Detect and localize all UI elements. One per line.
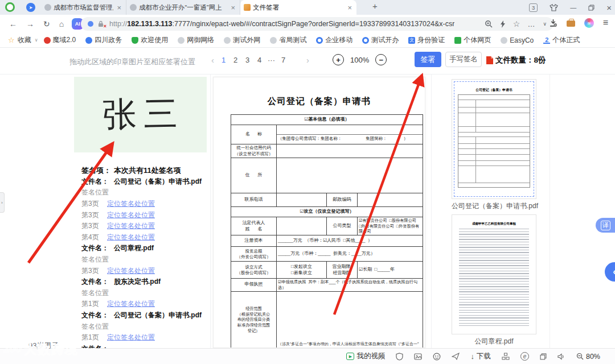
signature-row-value[interactable]: 公司登记（备案）申请书.pdf	[114, 311, 202, 320]
form-field-license: ☑申领纸质执照 其中：副本___个（电子执照系统自动生成，纸质执照自行勾选）	[277, 279, 423, 291]
page-number-button[interactable]: ···	[268, 56, 275, 64]
translate-widget[interactable]: 译	[596, 218, 615, 233]
browser-tab[interactable]: 成都市企业开办“一窗通”网上 ×	[126, 0, 240, 15]
screenshot-icon[interactable]	[414, 353, 422, 360]
tab-title: 成都市企业开办“一窗通”网上	[139, 3, 227, 12]
workspace-briefcase-icon[interactable]	[567, 20, 575, 27]
form-label-address: 住 所	[231, 158, 277, 193]
page-zoom-control[interactable]: 80%	[576, 353, 600, 361]
favorites-label[interactable]: 收藏	[18, 35, 31, 45]
signature-row-value[interactable]: 公司登记（备案）申请书.pdf	[114, 177, 202, 187]
ai-tools-icon[interactable]: ai	[584, 18, 594, 28]
page-number-button[interactable]: 7	[280, 56, 287, 64]
page-number-button[interactable]: 4	[256, 56, 263, 64]
prev-page-button[interactable]: ‹	[211, 55, 214, 65]
bookmark-label: 省局测试	[279, 35, 306, 45]
signature-row-value[interactable]: 定位签名处位置	[107, 266, 155, 276]
page-number-button[interactable]: 2	[232, 56, 239, 64]
site-info-icon[interactable]	[88, 21, 93, 27]
bookmark-item[interactable]: 网御网络	[178, 35, 214, 45]
signature-row-value[interactable]: 定位签名处位置	[107, 221, 155, 231]
document-title: 公司登记（备案）申请书	[214, 96, 425, 107]
toolbar-divider	[0, 74, 615, 75]
signature-row-value[interactable]: 定位签名处位置	[107, 333, 155, 342]
bookmark-item[interactable]: EasyCo	[501, 36, 534, 44]
form-field-investment: _____万元（币种：_____ 折美元：____万元）	[277, 247, 423, 262]
download-button[interactable]: ↓ 下载	[470, 351, 491, 361]
downloads-icon[interactable]	[549, 19, 557, 27]
next-page-button[interactable]: ›	[306, 55, 309, 65]
form-section-basic: ☑基本信息（必填项）	[231, 115, 423, 125]
url-text[interactable]: http://182.131.3.113:7777/nginx/epact-we…	[109, 20, 454, 28]
bookmark-star-icon[interactable]: ☆	[513, 19, 520, 28]
insecure-lock-icon[interactable]: ×	[98, 20, 105, 28]
zoom-in-button[interactable]: +	[333, 54, 344, 65]
minimize-button[interactable]: —	[570, 4, 576, 11]
close-window-button[interactable]: ×	[606, 3, 612, 13]
shield-icon[interactable]	[396, 353, 403, 361]
tab-close-icon[interactable]: ×	[116, 3, 122, 12]
bookmark-item[interactable]: 欢迎使用	[132, 35, 168, 45]
launcher-icon[interactable]: ➤	[26, 3, 35, 12]
edge-drawer-handle[interactable]: ›	[0, 192, 5, 213]
form-label-investment: 投资总额 （外资公司填写）	[231, 247, 277, 262]
thumbnail-articles[interactable]: 成都甲甲乙乙科技有限公司章程	[452, 214, 536, 334]
signature-row-value[interactable]: 定位签名处位置	[107, 233, 155, 242]
bookmark-item[interactable]: 省局测试	[270, 35, 306, 45]
handwrite-signature-button[interactable]: 手写签名	[445, 52, 482, 67]
bookmark-item[interactable]: 文 身份验证	[408, 35, 445, 45]
tab-close-icon[interactable]: ×	[346, 3, 353, 12]
signature-row-value[interactable]: 定位签名处位置	[107, 299, 155, 309]
restore-button[interactable]	[588, 5, 594, 11]
signature-row-value[interactable]: 定位签名处位置	[107, 199, 155, 209]
signature-row-value[interactable]: 公司章程.pdf	[114, 243, 154, 253]
tab-close-icon[interactable]: ×	[229, 3, 236, 12]
bookmark-item[interactable]: 魔域2.0	[44, 35, 76, 45]
favorites-star-icon[interactable]: ☆	[8, 36, 15, 44]
signature-row-value[interactable]: 定位签名处位置	[107, 210, 155, 220]
page-number-button[interactable]: 1	[220, 56, 227, 64]
new-tab-button[interactable]: +	[369, 1, 381, 11]
bookmark-item[interactable]: 个体网页	[454, 35, 491, 45]
tab-favicon	[244, 4, 251, 11]
zoom-page-icon[interactable]	[485, 20, 493, 28]
bookmark-item[interactable]: 测试开办	[362, 35, 399, 45]
page-number-button[interactable]: 3	[244, 56, 251, 64]
more-actions-icon[interactable]: …	[527, 20, 535, 28]
menu-icon[interactable]: ≡	[603, 18, 608, 28]
sign-button[interactable]: 签署	[415, 52, 441, 67]
browser-tab[interactable]: 成都市市场监督管理局网上办 ×	[41, 0, 126, 15]
bookmark-item[interactable]: 测试外网	[224, 35, 260, 45]
favorites-dropdown-icon[interactable]: ∨	[35, 38, 38, 43]
home-button[interactable]: ⌂	[59, 19, 64, 28]
theme-skin-icon[interactable]	[550, 4, 558, 11]
signature-row-value[interactable]: 股东决定书.pdf	[114, 277, 161, 287]
url-dropdown-icon[interactable]: ∨	[543, 21, 547, 27]
signature-row-value[interactable]: 本次共有11处签名项	[114, 166, 181, 176]
quick-action-bolt-icon[interactable]	[500, 20, 506, 28]
tab-strip: 成都市市场监督管理局网上办 × 成都市企业开办“一窗通”网上 × 文件签署 ×	[41, 0, 356, 15]
my-video-button[interactable]: ▶ 我的视频	[346, 351, 385, 361]
speaker-icon[interactable]	[557, 353, 565, 360]
ie-mode-icon[interactable]: e	[520, 352, 529, 361]
signature-image[interactable]: 张三	[74, 77, 207, 152]
multi-window-icon[interactable]	[540, 353, 547, 360]
signature-row-label: 签名位置	[81, 188, 109, 197]
reload-button[interactable]: ↻	[43, 19, 50, 28]
boost-rocket-icon[interactable]	[452, 353, 460, 360]
bookmark-item[interactable]: 2 个体正式	[543, 35, 580, 45]
tab-count-badge[interactable]: 3	[529, 3, 538, 12]
bookmark-item[interactable]: 企业移动	[316, 35, 352, 45]
thumbnail-application-form[interactable]: 公司登记（备案）申请书	[452, 79, 536, 199]
zoom-out-button[interactable]: −	[375, 54, 387, 65]
emoji-icon[interactable]	[433, 353, 441, 361]
back-button[interactable]: ←	[9, 19, 17, 28]
signature-row: 第1页 定位签名处位置	[81, 299, 211, 310]
forward-button[interactable]: →	[26, 19, 34, 28]
signature-row: 签名位置	[81, 254, 211, 266]
bookmark-label: 欢迎使用	[141, 35, 168, 45]
bookmark-item[interactable]: 四川政务	[85, 35, 122, 45]
browser-tab[interactable]: 文件签署 ×	[240, 0, 356, 15]
url-field[interactable]: × http://182.131.3.113:7777/nginx/epact-…	[81, 17, 554, 31]
apps-grid-icon[interactable]	[502, 353, 510, 360]
